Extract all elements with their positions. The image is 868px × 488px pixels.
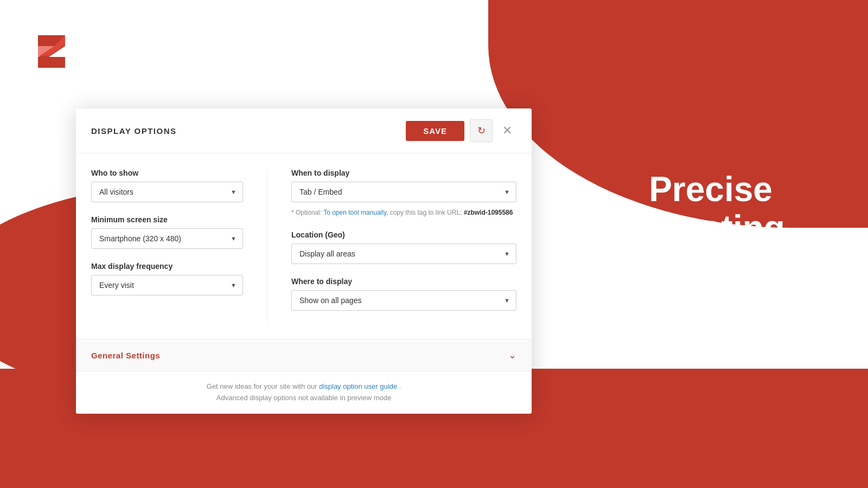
when-to-display-select[interactable]: Tab / Embed On load On scroll On exit — [291, 182, 516, 202]
general-settings-section: General Settings ⌄ — [76, 339, 532, 371]
footer-line2: Advanced display options not available i… — [216, 394, 391, 402]
logo — [30, 30, 73, 75]
who-to-show-label: Who to show — [91, 169, 243, 177]
location-geo-label: Location (Geo) — [291, 230, 516, 239]
who-to-show-select-wrapper: All visitors New visitors Returning visi… — [91, 182, 243, 202]
refresh-button[interactable]: ↻ — [470, 119, 493, 142]
refresh-icon: ↻ — [477, 125, 486, 137]
optional-static-text: * Optional: — [291, 209, 323, 216]
modal-footer: Get new ideas for your site with our dis… — [76, 371, 532, 414]
open-tool-link[interactable]: To open tool manually, — [323, 209, 388, 216]
optional-note: * Optional: To open tool manually, copy … — [291, 208, 516, 217]
who-to-show-select[interactable]: All visitors New visitors Returning visi… — [91, 182, 243, 202]
right-panel-subtitle: Based on location, visit frequency, devi… — [575, 264, 846, 318]
general-settings-title: General Settings — [91, 351, 160, 360]
modal-body: Who to show All visitors New visitors Re… — [76, 153, 532, 339]
where-to-display-select[interactable]: Show on all pages Specific pages Homepag… — [291, 290, 516, 311]
min-screen-size-group: Minimum screen size Smartphone (320 x 48… — [91, 215, 243, 249]
where-to-display-label: Where to display — [291, 277, 516, 286]
where-to-display-select-wrapper: Show on all pages Specific pages Homepag… — [291, 290, 516, 311]
location-geo-select[interactable]: Display all areas Specific countries Spe… — [291, 243, 516, 264]
footer-line1: Get new ideas for your site with our — [207, 382, 317, 390]
max-display-frequency-select[interactable]: Every visit Once per day Once per week O… — [91, 275, 243, 296]
min-screen-size-select[interactable]: Smartphone (320 x 480) Tablet (768 x 102… — [91, 228, 243, 249]
general-settings-header[interactable]: General Settings ⌄ — [76, 339, 532, 371]
max-display-frequency-select-wrapper: Every visit Once per day Once per week O… — [91, 275, 243, 296]
max-display-frequency-group: Max display frequency Every visit Once p… — [91, 262, 243, 296]
chevron-down-icon: ⌄ — [508, 349, 516, 361]
who-to-show-group: Who to show All visitors New visitors Re… — [91, 169, 243, 202]
save-button[interactable]: SAVE — [406, 121, 464, 141]
close-button[interactable]: ✕ — [498, 123, 516, 139]
location-geo-select-wrapper: Display all areas Specific countries Spe… — [291, 243, 516, 264]
footer-text: Get new ideas for your site with our dis… — [91, 381, 516, 404]
when-to-display-select-wrapper: Tab / Embed On load On scroll On exit — [291, 182, 516, 202]
right-panel: Precise targeting Based on location, vis… — [553, 0, 868, 488]
min-screen-size-select-wrapper: Smartphone (320 x 480) Tablet (768 x 102… — [91, 228, 243, 249]
footer-period: . — [399, 382, 401, 390]
copy-tag-text: copy this tag to link URL: — [390, 209, 464, 216]
where-to-display-group: Where to display Show on all pages Speci… — [291, 277, 516, 311]
header-actions: SAVE ↻ ✕ — [406, 119, 516, 142]
when-to-display-group: When to display Tab / Embed On load On s… — [291, 169, 516, 217]
modal-header: DISPLAY OPTIONS SAVE ↻ ✕ — [76, 108, 532, 153]
when-to-display-label: When to display — [291, 169, 516, 177]
max-display-frequency-label: Max display frequency — [91, 262, 243, 271]
right-panel-title: Precise targeting — [575, 170, 846, 247]
left-column: Who to show All visitors New visitors Re… — [91, 169, 243, 324]
display-options-modal: DISPLAY OPTIONS SAVE ↻ ✕ Who to show All… — [76, 108, 532, 414]
display-option-guide-link[interactable]: display option user guide — [319, 382, 397, 390]
modal-title: DISPLAY OPTIONS — [91, 126, 177, 136]
right-column: When to display Tab / Embed On load On s… — [291, 169, 516, 324]
tag-id: #zbwid-1095586 — [464, 209, 513, 216]
close-icon: ✕ — [502, 124, 512, 137]
column-divider — [267, 169, 267, 324]
min-screen-size-label: Minimum screen size — [91, 215, 243, 224]
location-geo-group: Location (Geo) Display all areas Specifi… — [291, 230, 516, 264]
